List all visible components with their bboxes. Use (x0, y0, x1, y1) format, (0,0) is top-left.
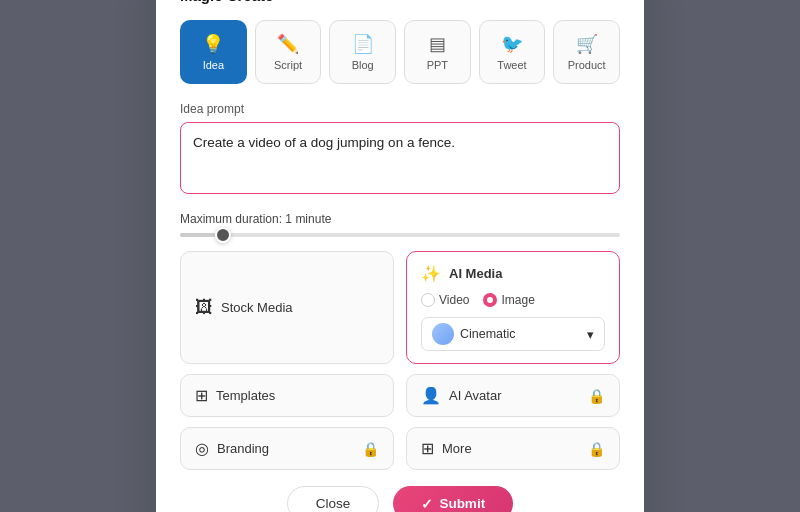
style-dropdown-label: Cinematic (460, 327, 516, 341)
duration-section: Maximum duration: 1 minute (180, 212, 620, 237)
tab-idea[interactable]: 💡 Idea (180, 20, 247, 84)
ai-avatar-label: AI Avatar (449, 388, 502, 403)
idea-icon: 💡 (202, 33, 224, 55)
submit-label: Submit (439, 496, 485, 511)
submit-button[interactable]: ✓ Submit (393, 486, 513, 512)
ppt-icon: ▤ (429, 33, 446, 55)
tab-product-label: Product (568, 59, 606, 71)
more-left: ⊞ More (421, 439, 472, 458)
more-icon: ⊞ (421, 439, 434, 458)
stock-media-label: Stock Media (221, 300, 293, 315)
stock-media-icon: 🖼 (195, 297, 213, 318)
ai-media-title-row: ✨ AI Media (421, 264, 605, 283)
script-icon: ✏️ (277, 33, 299, 55)
tab-ppt[interactable]: ▤ PPT (404, 20, 471, 84)
tab-ppt-label: PPT (427, 59, 448, 71)
product-icon: 🛒 (576, 33, 598, 55)
cinematic-avatar (432, 323, 454, 345)
blog-icon: 📄 (352, 33, 374, 55)
templates-left: ⊞ Templates (195, 386, 275, 405)
ai-media-card[interactable]: ✨ AI Media Video Image Cinematic ▾ (406, 251, 620, 364)
style-dropdown[interactable]: Cinematic ▾ (421, 317, 605, 351)
duration-label: Maximum duration: 1 minute (180, 212, 620, 226)
chevron-down-icon: ▾ (587, 327, 594, 342)
tab-tweet[interactable]: 🐦 Tweet (479, 20, 546, 84)
branding-label: Branding (217, 441, 269, 456)
tabs-row: 💡 Idea ✏️ Script 📄 Blog ▤ PPT 🐦 Tweet 🛒 … (180, 20, 620, 84)
duration-slider-fill (180, 233, 215, 237)
submit-checkmark-icon: ✓ (421, 496, 433, 512)
radio-video-label: Video (439, 293, 469, 307)
stock-media-card[interactable]: 🖼 Stock Media (180, 251, 394, 364)
ai-avatar-lock-icon: 🔒 (588, 388, 605, 404)
radio-image[interactable]: Image (483, 293, 534, 307)
radio-row: Video Image (421, 293, 605, 307)
tab-idea-label: Idea (203, 59, 224, 71)
branding-card[interactable]: ◎ Branding 🔒 (180, 427, 394, 470)
templates-icon: ⊞ (195, 386, 208, 405)
more-lock-icon: 🔒 (588, 441, 605, 457)
ai-media-label: AI Media (449, 266, 502, 281)
radio-image-label: Image (501, 293, 534, 307)
modal-title: Magic Create (180, 0, 620, 4)
duration-slider-track[interactable] (180, 233, 620, 237)
options-row-2: ◎ Branding 🔒 ⊞ More 🔒 (180, 427, 620, 470)
more-card[interactable]: ⊞ More 🔒 (406, 427, 620, 470)
tab-blog[interactable]: 📄 Blog (329, 20, 396, 84)
tab-blog-label: Blog (352, 59, 374, 71)
ai-avatar-icon: 👤 (421, 386, 441, 405)
footer-row: Close ✓ Submit (180, 486, 620, 512)
idea-prompt-label: Idea prompt (180, 102, 620, 116)
templates-label: Templates (216, 388, 275, 403)
radio-image-circle (483, 293, 497, 307)
tab-tweet-label: Tweet (497, 59, 526, 71)
close-button[interactable]: Close (287, 486, 380, 512)
more-label: More (442, 441, 472, 456)
tab-script[interactable]: ✏️ Script (255, 20, 322, 84)
branding-icon: ◎ (195, 439, 209, 458)
tweet-icon: 🐦 (501, 33, 523, 55)
radio-video-circle (421, 293, 435, 307)
idea-prompt-input[interactable]: Create a video of a dog jumping on a fen… (180, 122, 620, 194)
radio-video[interactable]: Video (421, 293, 469, 307)
magic-create-modal: Magic Create 💡 Idea ✏️ Script 📄 Blog ▤ P… (156, 0, 644, 512)
ai-media-icon: ✨ (421, 264, 441, 283)
media-row: 🖼 Stock Media ✨ AI Media Video Image (180, 251, 620, 364)
duration-slider-thumb[interactable] (215, 227, 231, 243)
tab-script-label: Script (274, 59, 302, 71)
branding-lock-icon: 🔒 (362, 441, 379, 457)
ai-avatar-card[interactable]: 👤 AI Avatar 🔒 (406, 374, 620, 417)
tab-product[interactable]: 🛒 Product (553, 20, 620, 84)
options-row-1: ⊞ Templates 👤 AI Avatar 🔒 (180, 374, 620, 417)
branding-left: ◎ Branding (195, 439, 269, 458)
ai-avatar-left: 👤 AI Avatar (421, 386, 502, 405)
templates-card[interactable]: ⊞ Templates (180, 374, 394, 417)
